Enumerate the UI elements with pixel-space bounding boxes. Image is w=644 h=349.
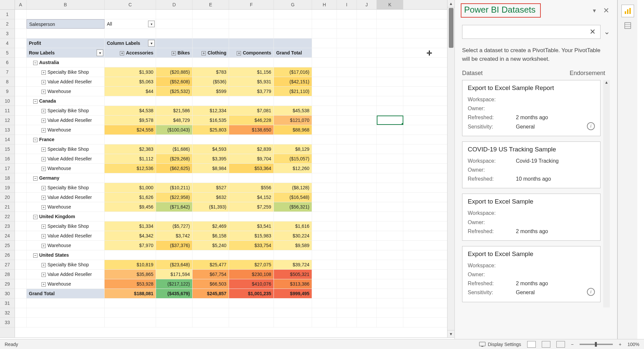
zoom-slider[interactable] [580, 344, 613, 345]
cell-D8[interactable]: ($52,608) [156, 77, 193, 86]
cell-I20[interactable] [337, 193, 357, 202]
expand-icon[interactable]: + [41, 234, 46, 238]
cell-H15[interactable] [312, 144, 337, 154]
cell-I21[interactable] [337, 202, 357, 212]
cell-H5[interactable] [312, 48, 337, 57]
cell-J9[interactable] [357, 87, 377, 96]
cell-K23[interactable] [377, 221, 403, 231]
cell-E29[interactable]: $66,503 [193, 279, 229, 289]
cell-F16[interactable]: $9,704 [229, 154, 274, 163]
cell-C29[interactable]: $53,928 [105, 279, 156, 289]
expand-icon[interactable]: + [41, 205, 46, 210]
cell-I30[interactable] [337, 289, 357, 298]
cell-J20[interactable] [357, 193, 377, 202]
cell-F24[interactable]: $15,983 [229, 231, 274, 240]
cell-B32[interactable] [27, 308, 105, 317]
cell-H16[interactable] [312, 154, 337, 163]
column-header-D[interactable]: D [156, 0, 193, 9]
cell-A10[interactable] [15, 96, 27, 106]
cell-E11[interactable]: $12,334 [193, 106, 229, 115]
cell-D11[interactable]: $21,586 [156, 106, 193, 115]
cell-E5[interactable]: +Clothing [193, 48, 229, 57]
cell-K14[interactable] [377, 135, 403, 144]
cell-A27[interactable] [15, 260, 27, 269]
cell-J25[interactable] [357, 241, 377, 250]
cell-E20[interactable]: $632 [193, 193, 229, 202]
cell-F25[interactable]: $33,754 [229, 241, 274, 250]
cell-J10[interactable] [357, 96, 377, 106]
cell-B33[interactable] [27, 318, 105, 327]
cell-F6[interactable] [229, 58, 274, 67]
cell-E25[interactable]: $5,240 [193, 241, 229, 250]
cell-D4[interactable] [156, 39, 193, 48]
cell-I29[interactable] [337, 279, 357, 289]
cell-C18[interactable] [105, 173, 156, 183]
filter-dropdown-icon[interactable]: ▾ [148, 21, 155, 27]
row-header-2[interactable]: 2 [0, 19, 15, 29]
row-header-22[interactable]: 22 [0, 212, 15, 221]
cell-I25[interactable] [337, 241, 357, 250]
cell-B22[interactable]: −United Kingdom [27, 212, 105, 221]
cell-E15[interactable]: $4,593 [193, 144, 229, 154]
cell-J33[interactable] [357, 318, 377, 327]
cell-I23[interactable] [337, 221, 357, 231]
column-header-C[interactable]: C [105, 0, 156, 9]
cell-D27[interactable]: ($23,648) [156, 260, 193, 269]
expand-icon[interactable]: + [41, 80, 46, 84]
cell-K25[interactable] [377, 241, 403, 250]
cell-D7[interactable]: ($20,885) [156, 67, 193, 77]
cell-B15[interactable]: +Specialty Bike Shop [27, 144, 105, 154]
column-header-F[interactable]: F [229, 0, 274, 9]
cell-D17[interactable]: ($62,625) [156, 164, 193, 173]
cell-F13[interactable]: $138,650 [229, 125, 274, 134]
cell-D1[interactable] [156, 10, 193, 19]
cell-H4[interactable] [312, 39, 337, 48]
cell-C7[interactable]: $1,930 [105, 67, 156, 77]
cell-J27[interactable] [357, 260, 377, 269]
cell-C9[interactable]: $44 [105, 87, 156, 96]
cell-D12[interactable]: $48,729 [156, 116, 193, 125]
cell-J13[interactable] [357, 125, 377, 134]
cell-I11[interactable] [337, 106, 357, 115]
scroll-up-icon[interactable]: ▲ [447, 0, 454, 7]
cell-J29[interactable] [357, 279, 377, 289]
cell-J30[interactable] [357, 289, 377, 298]
cell-K29[interactable] [377, 279, 403, 289]
cell-B7[interactable]: +Specialty Bike Shop [27, 67, 105, 77]
cell-I1[interactable] [337, 10, 357, 19]
cell-G5[interactable]: Grand Total [274, 48, 312, 57]
expand-icon[interactable]: + [41, 167, 46, 171]
cell-E18[interactable] [193, 173, 229, 183]
cell-B30[interactable]: Grand Total [27, 289, 105, 298]
cell-C30[interactable]: $188,081 [105, 289, 156, 298]
cell-A9[interactable] [15, 87, 27, 96]
cell-D22[interactable] [156, 212, 193, 221]
cell-A30[interactable] [15, 289, 27, 298]
pane-scroll-up-icon[interactable]: ▲ [603, 80, 610, 87]
expand-icon[interactable]: + [41, 128, 46, 132]
cell-A7[interactable] [15, 67, 27, 77]
dataset-card[interactable]: Export to Excel SampleWorkspace:Owner:Re… [462, 246, 601, 302]
cell-C17[interactable]: $12,536 [105, 164, 156, 173]
cell-E23[interactable]: $2,469 [193, 221, 229, 231]
cell-J5[interactable] [357, 48, 377, 57]
view-normal-button[interactable] [527, 341, 536, 348]
cell-J31[interactable] [357, 299, 377, 308]
column-header-J[interactable]: J [357, 0, 377, 9]
cell-E9[interactable]: $599 [193, 87, 229, 96]
cell-A18[interactable] [15, 173, 27, 183]
cell-C24[interactable]: $4,342 [105, 231, 156, 240]
cell-C21[interactable]: $9,456 [105, 202, 156, 212]
cell-G20[interactable]: ($16,548) [274, 193, 312, 202]
cell-F18[interactable] [229, 173, 274, 183]
cell-C2[interactable]: All▾ [105, 19, 156, 29]
cell-B13[interactable]: +Warehouse [27, 125, 105, 134]
column-header-H[interactable]: H [312, 0, 337, 9]
cell-C28[interactable]: $35,865 [105, 270, 156, 279]
info-icon[interactable]: i [587, 288, 595, 296]
cell-K32[interactable] [377, 308, 403, 317]
cell-J16[interactable] [357, 154, 377, 163]
cell-G28[interactable]: $505,321 [274, 270, 312, 279]
expand-icon[interactable]: + [41, 90, 46, 94]
cell-G29[interactable]: $313,386 [274, 279, 312, 289]
